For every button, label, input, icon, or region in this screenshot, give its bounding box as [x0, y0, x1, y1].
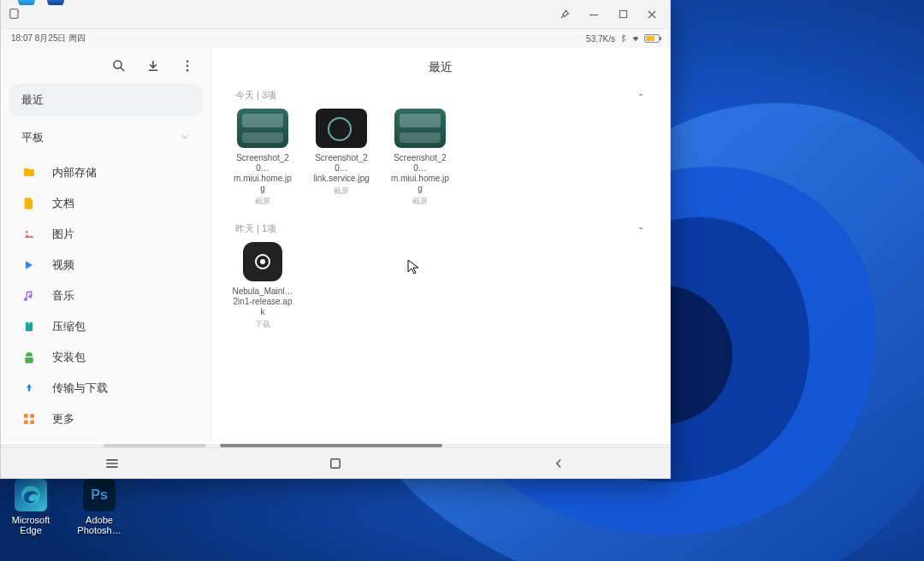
file-thumbnail	[243, 242, 282, 281]
chevron-down-icon	[180, 132, 190, 145]
svg-point-10	[26, 231, 28, 233]
file-name: Nebula_Mainl…2in1-release.apk	[232, 286, 293, 317]
svg-point-8	[187, 65, 188, 67]
svg-rect-14	[30, 414, 34, 418]
desktop-icon-edge[interactable]: Microsoft Edge	[5, 479, 56, 535]
svg-rect-5	[619, 10, 626, 17]
file-item[interactable]: Nebula_Mainl…2in1-release.apk下载	[232, 242, 293, 330]
dl-icon	[21, 381, 37, 396]
sidebar-item-label: 视频	[52, 257, 74, 273]
more-icon	[21, 411, 37, 427]
edge-icon	[15, 479, 47, 511]
sidebar-item-label: 文档	[52, 196, 74, 211]
more-icon[interactable]	[180, 58, 195, 74]
photoshop-icon: Ps	[83, 479, 116, 511]
sidebar-item-mus[interactable]: 音乐	[9, 280, 202, 311]
svg-rect-3	[10, 9, 18, 18]
sidebar-item-label: 压缩包	[52, 319, 86, 334]
sidebar-item-zip[interactable]: 压缩包	[9, 311, 202, 342]
svg-rect-19	[331, 458, 341, 468]
svg-point-18	[260, 259, 265, 264]
svg-point-9	[187, 69, 188, 71]
sidebar-item-label: 图片	[52, 227, 74, 242]
file-name: Screenshot_20…m.miui.home.jpg	[232, 153, 293, 194]
file-item[interactable]: Screenshot_20…m.miui.home.jpg截屏	[389, 109, 451, 207]
sidebar-item-folder[interactable]: 内部存储	[9, 157, 202, 188]
background-tab-peek	[18, 0, 189, 5]
mus-icon	[21, 288, 37, 304]
file-tag: 截屏	[389, 196, 451, 207]
img-icon	[21, 227, 37, 242]
sidebar-item-label: 安装包	[52, 350, 86, 365]
horizontal-scrollbar[interactable]	[1, 444, 670, 447]
svg-rect-12	[28, 322, 30, 324]
doc-icon	[21, 196, 37, 211]
sidebar-section-tablet[interactable]: 平板	[9, 121, 202, 154]
file-thumbnail	[237, 109, 288, 148]
sidebar-section-label: 平板	[21, 130, 44, 145]
nav-menu-button[interactable]	[86, 455, 138, 472]
sidebar-item-label: 音乐	[52, 288, 74, 304]
file-item[interactable]: Screenshot_20…m.miui.home.jpg截屏	[232, 109, 293, 207]
download-icon[interactable]	[145, 58, 161, 74]
file-tag: 截屏	[311, 186, 372, 197]
android-statusbar: 18:07 8月25日 周四 53.7K/s	[1, 29, 670, 48]
section-title: 今天 | 3项	[235, 89, 276, 102]
maximize-button[interactable]	[608, 3, 637, 27]
svg-rect-13	[24, 414, 28, 418]
new-tab-icon[interactable]	[8, 7, 23, 22]
sidebar-item-label: 内部存储	[52, 165, 97, 180]
app-window: 18:07 8月25日 周四 53.7K/s 最近	[0, 0, 671, 479]
sidebar-item-doc[interactable]: 文档	[9, 188, 202, 219]
file-name: Screenshot_20…link.service.jpg	[311, 153, 372, 184]
android-navbar	[1, 447, 670, 478]
file-tag: 下载	[232, 319, 293, 330]
file-tag: 截屏	[232, 196, 293, 207]
chevron-down-icon	[636, 223, 646, 235]
mouse-cursor	[407, 259, 419, 275]
sidebar-item-img[interactable]: 图片	[9, 219, 202, 250]
file-item[interactable]: Screenshot_20…link.service.jpg截屏	[311, 109, 372, 207]
folder-icon	[21, 165, 37, 180]
page-title: 最近	[211, 48, 670, 89]
vid-icon	[21, 257, 37, 273]
bluetooth-icon	[619, 34, 627, 43]
zip-icon	[21, 319, 37, 334]
file-thumbnail	[394, 109, 446, 148]
sidebar: 最近 平板 内部存储文档图片视频音乐压缩包安装包传输与下载更多 小米云盘	[1, 48, 210, 442]
nav-home-button[interactable]	[310, 456, 361, 471]
chevron-down-icon	[636, 90, 646, 102]
sidebar-item-vid[interactable]: 视频	[9, 250, 202, 280]
desktop-icon-label: Adobe Photosh…	[74, 515, 125, 535]
desktop-icon-photoshop[interactable]: Ps Adobe Photosh…	[74, 479, 125, 535]
svg-rect-16	[30, 420, 34, 424]
battery-icon	[644, 34, 660, 43]
sidebar-item-label: 更多	[52, 411, 74, 427]
sidebar-item-more[interactable]: 更多	[9, 404, 202, 434]
section-title: 昨天 | 1项	[235, 222, 276, 235]
sidebar-item-label: 传输与下载	[52, 381, 108, 396]
sidebar-item-dl[interactable]: 传输与下载	[9, 373, 202, 404]
sidebar-item-apk[interactable]: 安装包	[9, 342, 202, 373]
svg-point-7	[187, 61, 188, 62]
statusbar-time: 18:07 8月25日 周四	[11, 32, 86, 44]
search-icon[interactable]	[111, 58, 127, 74]
sidebar-item-recent[interactable]: 最近	[9, 84, 202, 116]
wifi-icon	[631, 34, 641, 43]
svg-rect-15	[24, 420, 28, 424]
statusbar-netspeed: 53.7K/s	[586, 34, 615, 44]
apk-icon	[21, 350, 37, 365]
main-panel: 最近 今天 | 3项Screenshot_20…m.miui.home.jpg截…	[210, 48, 670, 442]
section-header[interactable]: 今天 | 3项	[211, 89, 670, 109]
file-name: Screenshot_20…m.miui.home.jpg	[389, 153, 451, 194]
pin-button[interactable]	[550, 3, 579, 27]
nav-back-button[interactable]	[533, 456, 584, 471]
svg-rect-4	[589, 15, 598, 15]
desktop-icon-label: Microsoft Edge	[5, 515, 56, 535]
minimize-button[interactable]	[579, 3, 608, 27]
svg-point-6	[114, 61, 121, 68]
section-header[interactable]: 昨天 | 1项	[211, 222, 670, 242]
close-button[interactable]	[637, 3, 666, 27]
file-thumbnail	[316, 109, 367, 148]
